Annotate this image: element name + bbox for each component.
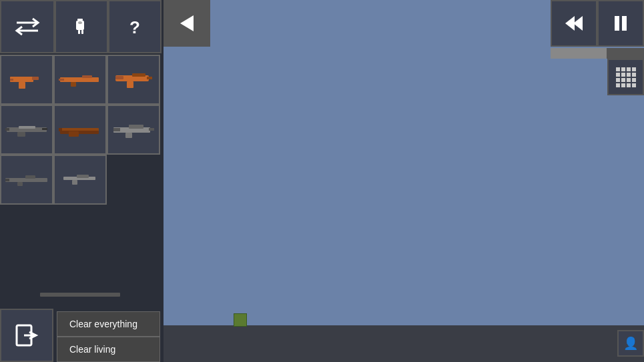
- svg-rect-17: [71, 82, 76, 87]
- weapon-slot-7[interactable]: [0, 155, 53, 205]
- bottom-gun-hint: [40, 291, 127, 299]
- ground: [164, 325, 644, 362]
- back-button[interactable]: [164, 0, 210, 47]
- context-menu: Clear everything Clear living: [57, 311, 160, 362]
- svg-rect-7: [78, 30, 80, 34]
- shotgun-icon: [59, 121, 102, 138]
- weapon-slot-2[interactable]: [53, 55, 107, 105]
- svg-rect-30: [60, 131, 99, 134]
- svg-rect-25: [19, 126, 35, 129]
- svg-rect-16: [82, 75, 92, 78]
- svg-rect-37: [149, 128, 154, 131]
- svg-rect-5: [77, 19, 83, 21]
- svg-point-9: [78, 21, 82, 24]
- weapon-slot-6[interactable]: [107, 105, 160, 155]
- rewind-icon: [561, 11, 587, 36]
- svg-rect-20: [132, 73, 145, 77]
- playback-controls: [551, 0, 644, 47]
- svg-rect-35: [125, 133, 132, 138]
- svg-rect-23: [147, 77, 152, 79]
- svg-rect-15: [60, 77, 99, 82]
- svg-rect-27: [5, 128, 9, 131]
- progress-bar: [551, 48, 607, 59]
- exit-icon: [13, 322, 40, 349]
- question-icon: ?: [121, 13, 148, 40]
- svg-text:?: ?: [129, 17, 140, 37]
- svg-rect-36: [113, 128, 120, 131]
- bottom-toolbar: Clear everything Clear living: [0, 309, 164, 362]
- svg-rect-40: [17, 182, 23, 186]
- svg-rect-28: [42, 128, 47, 130]
- sidebar: ?: [0, 0, 164, 362]
- svg-rect-34: [129, 125, 143, 129]
- svg-rect-12: [32, 77, 39, 80]
- svg-rect-4: [622, 16, 627, 31]
- svg-marker-2: [565, 16, 575, 31]
- pause-icon: [608, 11, 633, 36]
- weapon-slot-3[interactable]: [107, 55, 160, 105]
- swap-icon: [14, 13, 41, 40]
- svg-rect-41: [5, 179, 9, 181]
- svg-rect-22: [115, 76, 123, 79]
- weapon-slot-8[interactable]: [53, 155, 107, 205]
- weapon-slot-1[interactable]: [0, 55, 53, 105]
- svg-rect-26: [17, 132, 25, 137]
- svg-rect-8: [81, 30, 83, 34]
- green-block: [234, 313, 247, 327]
- svg-rect-39: [25, 175, 35, 179]
- svg-rect-44: [72, 180, 77, 185]
- svg-rect-45: [40, 293, 120, 297]
- rewind-button[interactable]: [551, 0, 597, 47]
- svg-rect-14: [10, 79, 13, 81]
- svg-rect-31: [69, 131, 79, 137]
- svg-rect-43: [77, 175, 89, 178]
- rifle-orange-icon: [59, 71, 102, 88]
- swap-button[interactable]: [0, 0, 55, 53]
- weapon-slot-5[interactable]: [53, 105, 107, 155]
- person-icon-button[interactable]: 👤: [617, 330, 644, 357]
- small-icon: [71, 16, 92, 37]
- svg-rect-11: [10, 77, 33, 82]
- machine-gun-icon: [5, 121, 49, 138]
- grid-icon: [616, 67, 636, 87]
- weapon-grid: [0, 55, 164, 205]
- top-toolbar: ?: [0, 0, 164, 53]
- unknown-button-1[interactable]: [55, 0, 108, 53]
- pause-button[interactable]: [597, 0, 644, 47]
- svg-rect-18: [59, 79, 64, 81]
- svg-marker-1: [573, 16, 583, 31]
- svg-rect-3: [615, 16, 619, 31]
- clear-everything-button[interactable]: Clear everything: [57, 311, 160, 337]
- svg-rect-21: [127, 81, 133, 88]
- person-icon: 👤: [623, 336, 638, 351]
- pistol-orange-icon: [7, 70, 47, 90]
- smg-icon: [112, 70, 155, 90]
- sniper-icon: [5, 173, 49, 187]
- clear-living-button[interactable]: Clear living: [57, 337, 160, 362]
- weapon-slot-4[interactable]: [0, 105, 53, 155]
- pistol-small-icon: [60, 173, 100, 187]
- svg-rect-32: [59, 128, 62, 131]
- svg-rect-13: [19, 82, 25, 89]
- svg-marker-0: [180, 15, 194, 31]
- exit-button[interactable]: [0, 309, 53, 362]
- grid-toggle-button[interactable]: [607, 59, 644, 95]
- assault-rifle-icon: [112, 121, 155, 139]
- progress-bar-container: [551, 48, 644, 59]
- help-button[interactable]: ?: [108, 0, 162, 53]
- top-right-controls: [551, 0, 644, 59]
- back-arrow-icon: [175, 11, 199, 35]
